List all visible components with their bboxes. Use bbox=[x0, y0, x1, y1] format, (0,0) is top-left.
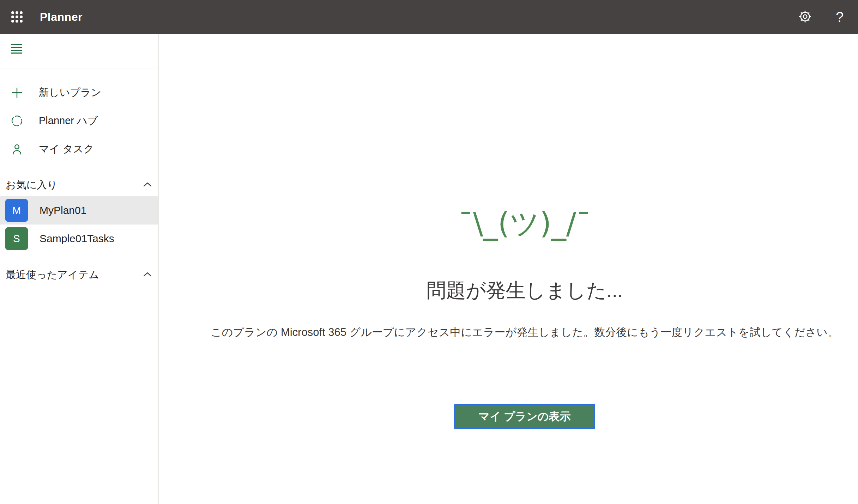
sidebar-nav: 新しいプラン Planner ハブ マイ タスク bbox=[0, 79, 158, 163]
sidebar-item-new-plan[interactable]: 新しいプラン bbox=[0, 79, 158, 107]
plan-name: Sample01Tasks bbox=[40, 233, 114, 245]
help-button[interactable]: ? bbox=[828, 0, 851, 34]
sidebar-item-label: 新しいプラン bbox=[39, 86, 101, 100]
show-my-plans-button[interactable]: マイ プランの表示 bbox=[454, 404, 595, 429]
chevron-up-icon bbox=[143, 272, 152, 278]
recent-section: 最近使ったアイテム bbox=[0, 264, 158, 286]
app-header: Planner ? bbox=[0, 0, 858, 34]
topbar-actions: ? bbox=[794, 0, 851, 34]
plan-row-sample01tasks[interactable]: S Sample01Tasks bbox=[0, 225, 158, 253]
chevron-up-icon bbox=[143, 182, 152, 189]
shrug-emoticon: ¯\_(ツ)_/¯ bbox=[458, 209, 591, 238]
section-label: 最近使ったアイテム bbox=[6, 268, 99, 282]
error-message: このプランの Microsoft 365 グループにアクセス中にエラーが発生しま… bbox=[211, 326, 839, 339]
plan-tile: S bbox=[5, 227, 28, 250]
app-launcher-button[interactable] bbox=[0, 0, 34, 34]
sidebar-item-my-tasks[interactable]: マイ タスク bbox=[0, 135, 158, 163]
gear-icon bbox=[798, 10, 812, 25]
settings-button[interactable] bbox=[794, 0, 816, 34]
sidebar-item-label: マイ タスク bbox=[39, 142, 94, 156]
person-icon bbox=[11, 143, 23, 155]
help-icon: ? bbox=[836, 10, 844, 24]
plan-row-myplan01[interactable]: M MyPlan01 bbox=[0, 196, 158, 225]
section-label: お気に入り bbox=[6, 178, 58, 192]
favorites-section-header[interactable]: お気に入り bbox=[0, 174, 158, 196]
circle-icon bbox=[11, 115, 23, 127]
plan-name: MyPlan01 bbox=[40, 204, 86, 216]
main-content: ¯\_(ツ)_/¯ 問題が発生しました... このプランの Microsoft … bbox=[159, 34, 858, 504]
plus-icon bbox=[11, 87, 23, 99]
waffle-icon bbox=[11, 11, 23, 23]
error-panel: ¯\_(ツ)_/¯ 問題が発生しました... このプランの Microsoft … bbox=[191, 34, 858, 504]
sidebar-item-label: Planner ハブ bbox=[39, 114, 98, 128]
favorites-section: お気に入り M MyPlan01 S Sample01Tasks bbox=[0, 174, 158, 253]
sidebar-divider bbox=[0, 68, 158, 68]
recent-section-header[interactable]: 最近使ったアイテム bbox=[0, 264, 158, 286]
error-title: 問題が発生しました... bbox=[426, 279, 623, 302]
plan-tile: M bbox=[5, 199, 28, 222]
sidebar-item-planner-hub[interactable]: Planner ハブ bbox=[0, 107, 158, 135]
nav-toggle-button[interactable] bbox=[11, 44, 25, 54]
sidebar: 新しいプラン Planner ハブ マイ タスク お気に入り bbox=[0, 34, 159, 504]
app-title: Planner bbox=[40, 0, 83, 34]
